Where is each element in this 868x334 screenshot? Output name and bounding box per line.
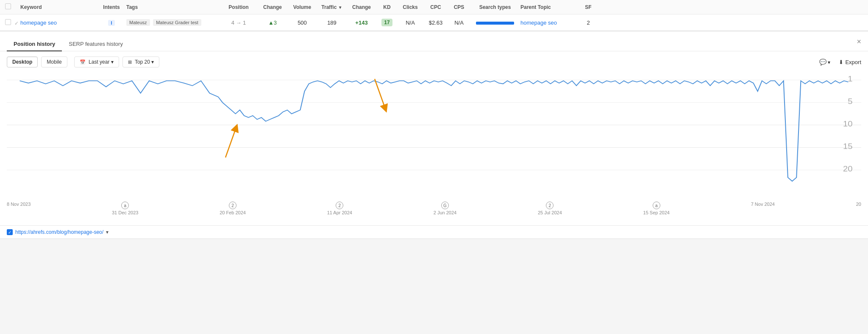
position-value: 4 → 1 — [231, 20, 246, 26]
header-search-types[interactable]: Search types — [470, 4, 520, 10]
header-volume[interactable]: Volume — [287, 4, 317, 10]
export-label: Export — [845, 59, 861, 65]
row-intents: I — [97, 20, 126, 26]
panel-header: Position history SERP features history × — [0, 31, 868, 51]
sf-value: 2 — [587, 20, 590, 26]
annotation-badge-G: G — [441, 202, 449, 209]
annotation-badge-2-1: 2 — [229, 202, 236, 209]
top-range-button[interactable]: ⊞ Top 20 ▾ — [122, 56, 160, 67]
row-parent-topic[interactable]: homepage seo — [520, 20, 580, 26]
desktop-button[interactable]: Desktop — [7, 56, 38, 67]
x-label-apr2024: 11 Apr 2024 — [327, 210, 352, 215]
row-volume: 500 — [287, 20, 317, 26]
x-label-nov2023: 8 Nov 2023 — [7, 202, 31, 215]
url-link[interactable]: https://ahrefs.com/blog/homepage-seo/ — [15, 229, 103, 235]
toolbar-right: 💬 ▾ ⬇ Export — [814, 56, 861, 67]
row-clicks: N/A — [398, 20, 423, 26]
chart-line — [20, 81, 849, 181]
header-traffic[interactable]: Traffic ▼ — [317, 4, 347, 10]
row-tags: Mateusz Mateusz Grader test — [126, 19, 220, 26]
export-icon: ⬇ — [839, 59, 843, 65]
svg-text:1: 1 — [848, 75, 852, 83]
url-checkbox[interactable]: ✓ — [7, 229, 13, 235]
url-chevron-icon[interactable]: ▾ — [106, 229, 108, 235]
x-label-nov2024: 7 Nov 2024 — [751, 202, 775, 215]
annotation-badge-2-2: 2 — [336, 202, 343, 209]
header-change[interactable]: Change — [258, 4, 287, 10]
header-intents[interactable]: Intents — [97, 4, 126, 10]
date-range-button[interactable]: 📅 Last year ▾ — [74, 56, 119, 67]
chevron-down-icon-2: ▾ — [151, 59, 154, 65]
table-header-row: Keyword Intents Tags Position Change Vol… — [0, 0, 868, 14]
header-traffic-change[interactable]: Change — [347, 4, 376, 10]
row-position: 4 → 1 — [220, 20, 258, 26]
position-chart: 1 5 10 15 20 — [7, 73, 861, 200]
keyword-link[interactable]: homepage seo — [20, 20, 57, 26]
annotation-badge-a2: a — [653, 202, 660, 209]
mobile-button[interactable]: Mobile — [41, 56, 67, 67]
row-cps: N/A — [448, 20, 470, 26]
cpc-value: $2.63 — [429, 20, 443, 26]
row-search-types — [470, 20, 520, 26]
tag-badge-2[interactable]: Mateusz Grader test — [153, 19, 201, 26]
row-checkbox[interactable] — [5, 19, 11, 25]
row-check[interactable]: ✓ — [5, 19, 20, 26]
tag-badge-1[interactable]: Mateusz — [126, 19, 150, 26]
x-label-jun2024-group: G 2 Jun 2024 — [434, 202, 456, 215]
x-label-dec2023-group: a 31 Dec 2023 — [112, 202, 138, 215]
keyword-table: Keyword Intents Tags Position Change Vol… — [0, 0, 868, 31]
calendar-icon: 📅 — [80, 59, 86, 65]
row-sf: 2 — [580, 20, 597, 26]
header-sf[interactable]: SF — [580, 4, 597, 10]
date-range-label: Last year — [89, 59, 109, 65]
svg-text:5: 5 — [848, 97, 852, 105]
header-clicks[interactable]: Clicks — [398, 4, 423, 10]
parent-topic-link[interactable]: homepage seo — [520, 20, 557, 26]
row-traffic-change: +143 — [347, 20, 376, 26]
x-label-jul2024-group: 2 25 Jul 2024 — [538, 202, 562, 215]
x-label-dec2023: 31 Dec 2023 — [112, 210, 138, 215]
panel-close-button[interactable]: × — [857, 37, 861, 46]
traffic-change-value: +143 — [355, 20, 367, 26]
annotation-chevron: ▾ — [828, 59, 830, 65]
row-change: ▲3 — [258, 20, 287, 26]
header-parent-topic[interactable]: Parent Topic — [520, 4, 580, 10]
comment-icon: 💬 — [819, 59, 826, 65]
intent-badge: I — [108, 20, 114, 26]
url-bar: ✓ https://ahrefs.com/blog/homepage-seo/ … — [0, 225, 868, 239]
header-kd[interactable]: KD — [376, 4, 398, 10]
kd-badge: 17 — [381, 19, 392, 26]
panel-toolbar: Desktop Mobile 📅 Last year ▾ ⊞ Top 20 ▾ … — [0, 51, 868, 73]
tab-serp-history[interactable]: SERP features history — [62, 37, 130, 51]
table-row: ✓ homepage seo I Mateusz Mateusz Grader … — [0, 14, 868, 31]
header-cpc[interactable]: CPC — [423, 4, 448, 10]
search-types-bar — [476, 22, 514, 25]
tab-position-history[interactable]: Position history — [7, 37, 62, 51]
change-value: ▲3 — [268, 20, 277, 26]
x-label-feb2024-group: 2 20 Feb 2024 — [220, 202, 246, 215]
annotation-button[interactable]: 💬 ▾ — [814, 56, 835, 67]
row-traffic: 189 — [317, 20, 347, 26]
row-cpc: $2.63 — [423, 20, 448, 26]
header-tags[interactable]: Tags — [126, 4, 220, 10]
history-panel: Position history SERP features history ×… — [0, 31, 868, 239]
row-checkmark: ✓ — [14, 20, 19, 26]
header-check[interactable] — [5, 3, 20, 11]
x-label-end: 20 — [856, 202, 861, 215]
svg-text:10: 10 — [843, 120, 853, 128]
row-keyword[interactable]: homepage seo — [20, 20, 97, 26]
traffic-sort-icon: ▼ — [338, 5, 342, 10]
header-keyword[interactable]: Keyword — [20, 4, 97, 10]
cps-value: N/A — [454, 20, 464, 26]
x-label-feb2024: 20 Feb 2024 — [220, 210, 246, 215]
x-label-apr2024-group: 2 11 Apr 2024 — [327, 202, 352, 215]
header-cps[interactable]: CPS — [448, 4, 470, 10]
annotation-badge-a1: a — [121, 202, 129, 209]
traffic-value: 189 — [327, 20, 337, 26]
export-button[interactable]: ⬇ Export — [839, 59, 861, 65]
svg-text:20: 20 — [843, 165, 853, 173]
header-position[interactable]: Position — [220, 4, 258, 10]
svg-text:15: 15 — [843, 142, 853, 150]
row-kd: 17 — [376, 19, 398, 26]
select-all-checkbox[interactable] — [5, 3, 11, 9]
